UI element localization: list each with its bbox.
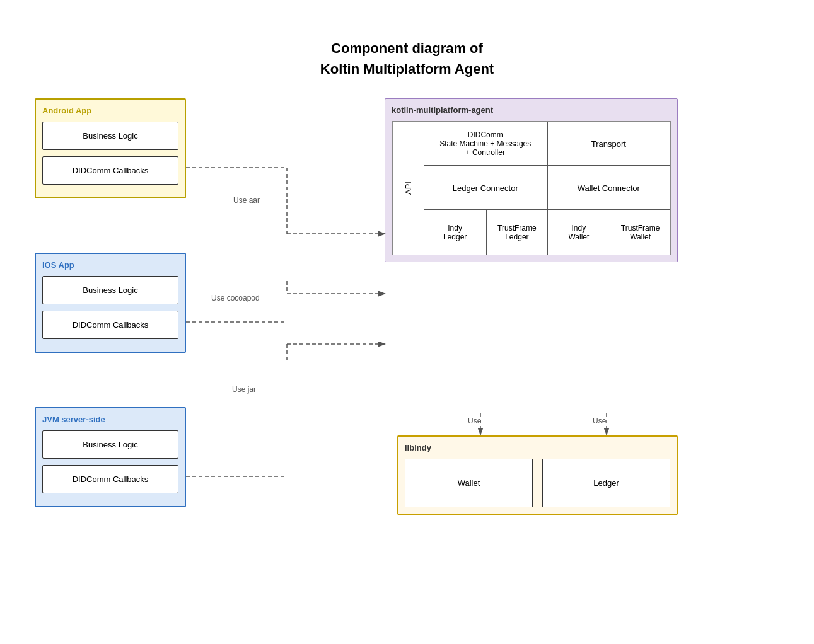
libindy-panel: libindy Wallet Ledger <box>397 435 678 515</box>
components-grid: DIDCommState Machine + Messages+ Control… <box>424 122 670 255</box>
use-1-label: Use <box>468 417 481 425</box>
bottom-row-left: IndyLedger TrustFrameLedger <box>424 210 547 255</box>
use-2-label: Use <box>593 417 606 425</box>
libindy-wallet-box: Wallet <box>405 459 533 507</box>
libindy-inner: Wallet Ledger <box>405 459 670 507</box>
ios-label: iOS App <box>42 260 178 270</box>
libindy-label: libindy <box>405 443 670 452</box>
api-label: API <box>392 122 424 255</box>
jvm-panel: JVM server-side Business Logic DIDComm C… <box>35 407 186 507</box>
jvm-label: JVM server-side <box>42 415 178 424</box>
indy-ledger-box: IndyLedger <box>424 210 487 255</box>
ios-panel: iOS App Business Logic DIDComm Callbacks <box>35 253 186 353</box>
android-label: Android App <box>42 106 178 115</box>
jvm-didcomm-callbacks: DIDComm Callbacks <box>42 465 178 493</box>
android-panel: Android App Business Logic DIDComm Callb… <box>35 98 186 198</box>
libindy-ledger-box: Ledger <box>542 459 670 507</box>
ledger-connector-box: Ledger Connector <box>424 166 547 210</box>
trustframe-wallet-box: TrustFrameWallet <box>610 210 670 255</box>
use-jar-label: Use jar <box>232 385 256 394</box>
ios-didcomm-callbacks: DIDComm Callbacks <box>42 311 178 339</box>
jvm-business-logic: Business Logic <box>42 430 178 459</box>
use-cocoapod-label: Use cocoapod <box>211 294 260 302</box>
android-business-logic: Business Logic <box>42 122 178 150</box>
android-didcomm-callbacks: DIDComm Callbacks <box>42 156 178 185</box>
page-title: Component diagram of Koltin Multiplatfor… <box>0 0 814 98</box>
transport-box: Transport <box>547 122 671 166</box>
ios-business-logic: Business Logic <box>42 276 178 304</box>
main-panel: kotlin-multiplatform-agent API DIDCommSt… <box>385 98 678 262</box>
indy-wallet-box: IndyWallet <box>548 210 611 255</box>
trustframe-ledger-box: TrustFrameLedger <box>487 210 547 255</box>
didcomm-state-machine-box: DIDCommState Machine + Messages+ Control… <box>424 122 547 166</box>
main-panel-label: kotlin-multiplatform-agent <box>392 105 671 115</box>
use-aar-label: Use aar <box>233 196 260 205</box>
main-inner-area: API DIDCommState Machine + Messages+ Con… <box>392 121 671 255</box>
wallet-connector-box: Wallet Connector <box>547 166 671 210</box>
bottom-row-right: IndyWallet TrustFrameWallet <box>547 210 671 255</box>
